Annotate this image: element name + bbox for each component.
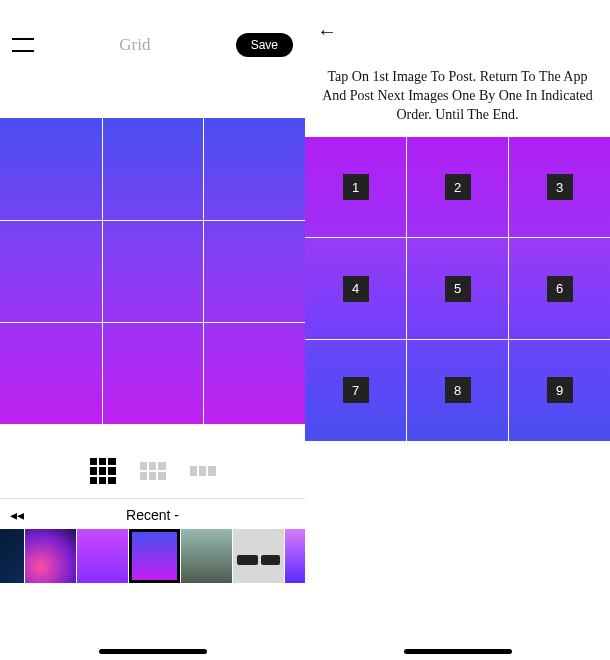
back-arrow-icon[interactable]: ←: [317, 20, 337, 42]
grid-cell-2[interactable]: 2: [407, 137, 508, 238]
header: ←: [305, 0, 610, 62]
cell-number: 9: [547, 377, 573, 403]
cell-number: 4: [343, 276, 369, 302]
save-button[interactable]: Save: [236, 33, 293, 57]
thumbnail-selected[interactable]: [129, 529, 180, 583]
grid-cell-6[interactable]: 6: [509, 238, 610, 339]
cell-number: 8: [445, 377, 471, 403]
grid-line: [203, 118, 204, 424]
grid-line: [0, 322, 305, 323]
recent-header: ◂◂ Recent -: [0, 499, 305, 529]
grid-editor-screen: Grid Save ◂◂ Recent -: [0, 0, 305, 660]
cell-number: 5: [445, 276, 471, 302]
numbered-grid: 1 2 3 4 5 6 7 8 9: [305, 137, 610, 441]
header: Grid Save: [0, 0, 305, 78]
menu-icon[interactable]: [12, 38, 34, 52]
grid-preview[interactable]: [0, 118, 305, 424]
thumbnail[interactable]: [0, 529, 24, 583]
layout-3x2-icon[interactable]: [140, 462, 166, 480]
cell-number: 1: [343, 174, 369, 200]
grid-cell-5[interactable]: 5: [407, 238, 508, 339]
grid-cell-1[interactable]: 1: [305, 137, 406, 238]
thumbnail[interactable]: [25, 529, 76, 583]
cell-number: 3: [547, 174, 573, 200]
cell-number: 7: [343, 377, 369, 403]
grid-cell-7[interactable]: 7: [305, 340, 406, 441]
thumbnail-strip: [0, 529, 305, 583]
thumbnail[interactable]: [181, 529, 232, 583]
page-title: Grid: [119, 35, 150, 55]
layout-3x3-icon[interactable]: [90, 458, 116, 484]
grid-line: [102, 118, 103, 424]
instructions-text: Tap On 1st Image To Post. Return To The …: [305, 62, 610, 137]
home-indicator: [404, 649, 512, 654]
grid-cell-9[interactable]: 9: [509, 340, 610, 441]
grid-cell-4[interactable]: 4: [305, 238, 406, 339]
grid-cell-3[interactable]: 3: [509, 137, 610, 238]
cell-number: 2: [445, 174, 471, 200]
grid-line: [0, 220, 305, 221]
grid-cell-8[interactable]: 8: [407, 340, 508, 441]
layout-3x1-icon[interactable]: [190, 466, 216, 476]
thumbnail[interactable]: [77, 529, 128, 583]
recent-label[interactable]: Recent -: [126, 507, 179, 523]
rewind-icon[interactable]: ◂◂: [10, 507, 24, 523]
cell-number: 6: [547, 276, 573, 302]
thumbnail[interactable]: [233, 529, 284, 583]
home-indicator: [99, 649, 207, 654]
thumbnail[interactable]: [285, 529, 305, 583]
post-order-screen: ← Tap On 1st Image To Post. Return To Th…: [305, 0, 610, 660]
layout-selector: [0, 424, 305, 499]
